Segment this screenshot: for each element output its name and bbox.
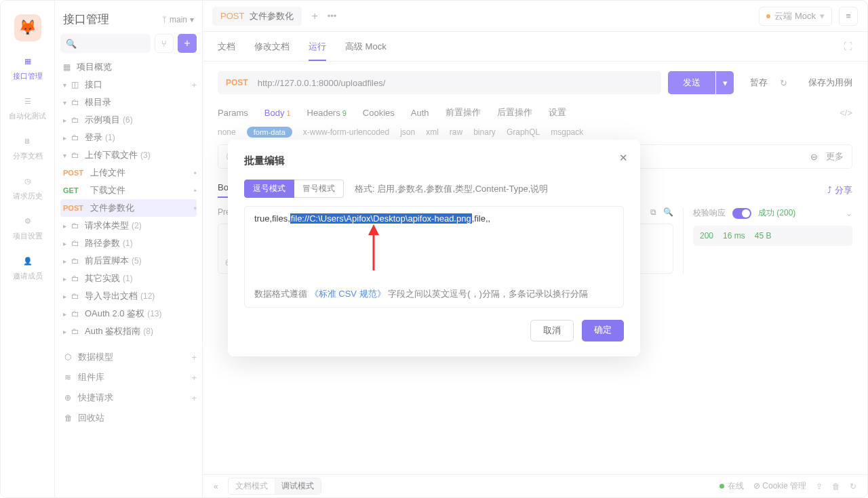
bodytype-urlencoded[interactable]: x-www-form-urlencoded: [303, 127, 389, 137]
env-selector[interactable]: 云端 Mock ▾: [759, 7, 832, 26]
save-as-case-button[interactable]: 保存为用例: [808, 77, 852, 89]
bodytype-graphql[interactable]: GraphQL: [507, 127, 540, 137]
rail-api-mgmt[interactable]: ▦ 接口管理: [13, 54, 43, 81]
recycle-bin[interactable]: 🗑回收站: [60, 408, 197, 428]
layers-icon: ≋: [64, 373, 75, 382]
rail-project-settings[interactable]: ⚙ 项目设置: [13, 213, 43, 241]
tab-settings[interactable]: 设置: [549, 106, 566, 119]
tree-folder-open[interactable]: ▾🗀上传下载文件(3): [60, 146, 197, 164]
tab-edit-doc[interactable]: 修改文档: [254, 41, 290, 53]
close-icon[interactable]: ✕: [619, 152, 628, 164]
project-overview[interactable]: ▦项目概览: [60, 58, 197, 76]
tree-folder[interactable]: ▸🗀登录(1): [60, 129, 197, 146]
tab-cookies[interactable]: Cookies: [363, 108, 395, 118]
quick-request[interactable]: ⊕快捷请求 +: [60, 388, 197, 408]
app-logo: 🦊: [14, 14, 41, 41]
bulk-edit-textarea[interactable]: true,files,file://C:\Users\Apifox\Deskto…: [244, 206, 624, 308]
tab-doc[interactable]: 文档: [218, 41, 235, 53]
temp-save-button[interactable]: 暂存: [750, 77, 768, 89]
validate-toggle[interactable]: [732, 208, 751, 219]
tree-folder[interactable]: ▸🗀导入导出文档(12): [60, 287, 197, 305]
folder-icon: 🗀: [71, 221, 82, 230]
tree-api-item[interactable]: POST上传文件•: [60, 164, 197, 182]
collapse-icon[interactable]: «: [214, 482, 218, 491]
rail-automation[interactable]: ☰ 自动化测试: [9, 94, 46, 121]
chevron-down-icon[interactable]: ⌄: [846, 209, 852, 218]
add-tab-icon[interactable]: +: [311, 10, 317, 22]
share-button[interactable]: ⤴ 分享: [827, 184, 852, 196]
tree-api-item[interactable]: GET下载文件•: [60, 182, 197, 199]
rail-label: 项目设置: [13, 231, 43, 241]
mode-doc[interactable]: 文档模式: [229, 478, 275, 494]
tree-folder[interactable]: ▸🗀其它实践(1): [60, 270, 197, 287]
minus-icon[interactable]: ⊖: [810, 152, 818, 162]
format-footnote: 数据格式遵循 《标准 CSV 规范》 字段之间以英文逗号(，)分隔，多条记录以换…: [254, 288, 588, 300]
upload-icon[interactable]: ⇪: [816, 482, 823, 491]
search-icon[interactable]: 🔍: [663, 207, 673, 217]
tab-post[interactable]: 后置操作: [497, 106, 532, 119]
add-button[interactable]: +: [178, 34, 197, 53]
api-tree: ▦项目概览 ▾◫接口 + ▾🗀根目录 ▸🗀示例项目(6) ▸🗀登录(1) ▾🗀上…: [60, 58, 197, 428]
send-dropdown[interactable]: ▾: [716, 71, 734, 94]
cube-icon: ⬡: [64, 352, 75, 362]
bodytype-msgpack[interactable]: msgpack: [551, 127, 583, 137]
tree-folder[interactable]: ▸🗀路径参数(1): [60, 234, 197, 252]
rail-invite[interactable]: 👤 邀请成员: [13, 253, 43, 281]
detail-tabs: 文档 修改文档 运行 高级 Mock ⛶: [203, 32, 867, 62]
copy-icon[interactable]: ⧉: [650, 207, 656, 217]
trash-icon[interactable]: 🗑: [832, 482, 840, 491]
bodytype-none[interactable]: none: [218, 127, 236, 137]
menu-button[interactable]: ≡: [839, 7, 858, 26]
mode-debug[interactable]: 调试模式: [275, 478, 321, 494]
tree-folder[interactable]: ▸🗀示例项目(6): [60, 111, 197, 129]
search-input[interactable]: 🔍: [60, 34, 151, 53]
tab-mock[interactable]: 高级 Mock: [345, 41, 387, 53]
left-rail: 🦊 ▦ 接口管理 ☰ 自动化测试 🗎 分享文档 ◷ 请求历史 ⚙ 项目设置 👤 …: [1, 1, 55, 497]
tree-folder[interactable]: ▸🗀前后置脚本(5): [60, 252, 197, 270]
send-button[interactable]: 发送: [668, 71, 715, 94]
bodytype-raw[interactable]: raw: [450, 127, 462, 137]
bodytype-formdata[interactable]: form-data: [247, 127, 292, 138]
refresh-icon[interactable]: ↻: [774, 74, 792, 91]
expand-icon[interactable]: ⛶: [844, 41, 852, 51]
tree-root[interactable]: ▾◫接口 +: [60, 76, 197, 94]
flask-icon: ☰: [20, 94, 35, 108]
tab-run[interactable]: 运行: [309, 41, 326, 61]
tree-root-dir[interactable]: ▾🗀根目录: [60, 94, 197, 111]
tab-body[interactable]: Body1: [264, 108, 291, 118]
tree-folder[interactable]: ▸🗀Auth 鉴权指南(8): [60, 323, 197, 340]
more-tabs-icon[interactable]: •••: [328, 11, 337, 21]
response-status: 200 16 ms 45 B: [693, 226, 852, 246]
cookie-manage-button[interactable]: ⊘ Cookie 管理: [753, 480, 806, 492]
help-icon[interactable]: ↻: [850, 482, 856, 491]
cancel-button[interactable]: 取消: [530, 320, 574, 341]
bodytype-xml[interactable]: xml: [426, 127, 439, 137]
code-icon[interactable]: </>: [840, 108, 852, 118]
url-text: http://127.0.0.1:8000/uploadfiles/: [258, 78, 386, 88]
more-link[interactable]: 更多: [826, 150, 844, 163]
comma-mode-button[interactable]: 逗号模式: [244, 180, 294, 198]
colon-mode-button[interactable]: 冒号模式: [294, 180, 344, 198]
editor-tab[interactable]: POST 文件参数化: [212, 7, 302, 26]
tab-params[interactable]: Params: [218, 108, 248, 118]
components[interactable]: ≋组件库 +: [60, 367, 197, 388]
view-mode-toggle[interactable]: 文档模式 调试模式: [228, 478, 321, 495]
branch-selector[interactable]: ᛘ main ▾: [162, 15, 194, 24]
bodytype-binary[interactable]: binary: [473, 127, 496, 137]
data-models[interactable]: ⬡数据模型 +: [60, 347, 197, 367]
tree-folder[interactable]: ▸🗀OAuth 2.0 鉴权(13): [60, 305, 197, 323]
filter-button[interactable]: ⑂: [155, 34, 174, 53]
url-input[interactable]: POST http://127.0.0.1:8000/uploadfiles/: [218, 71, 661, 94]
rail-history[interactable]: ◷ 请求历史: [13, 173, 43, 201]
tab-headers[interactable]: Headers9: [307, 108, 347, 118]
grid-icon: ▦: [63, 62, 74, 72]
tab-pre[interactable]: 前置操作: [446, 106, 481, 119]
csv-spec-link[interactable]: 《标准 CSV 规范》: [310, 289, 386, 299]
bodytype-json[interactable]: json: [400, 127, 415, 137]
confirm-button[interactable]: 确定: [582, 320, 624, 341]
tab-auth[interactable]: Auth: [411, 108, 429, 118]
tree-folder[interactable]: ▸🗀请求体类型(2): [60, 217, 197, 234]
online-status: 在线: [719, 480, 744, 492]
rail-share-docs[interactable]: 🗎 分享文档: [13, 133, 43, 161]
tree-api-item-selected[interactable]: POST文件参数化•: [60, 199, 197, 217]
